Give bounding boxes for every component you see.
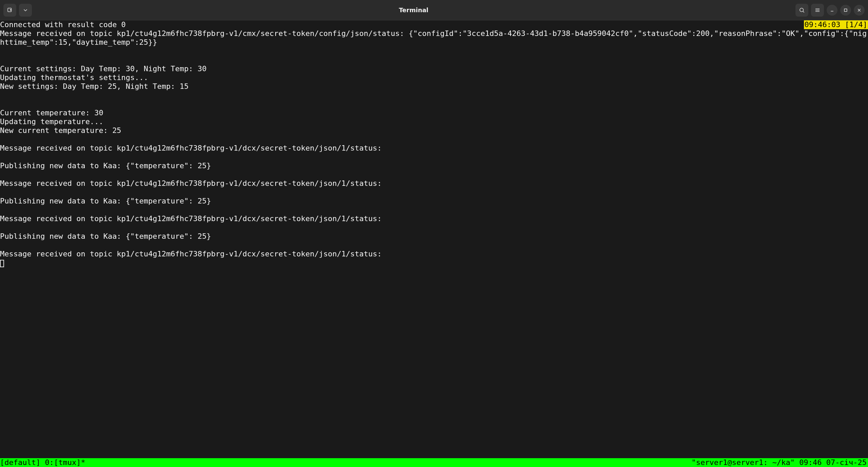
minimize-icon xyxy=(829,7,835,13)
titlebar-right xyxy=(795,4,865,17)
svg-point-3 xyxy=(800,8,804,12)
terminal-line xyxy=(0,206,868,214)
close-button[interactable] xyxy=(854,5,865,16)
terminal-line xyxy=(0,47,868,56)
terminal-line: Updating thermostat's settings... xyxy=(0,73,868,82)
terminal-line: Message received on topic kp1/ctu4g12m6f… xyxy=(0,179,868,188)
minimize-button[interactable] xyxy=(827,5,837,16)
window-title: Terminal xyxy=(32,6,795,14)
close-icon xyxy=(856,7,862,13)
terminal-line xyxy=(0,170,868,179)
terminal-output[interactable]: Connected with result code 0Message rece… xyxy=(0,20,868,458)
hamburger-icon xyxy=(814,7,821,13)
new-tab-button[interactable] xyxy=(3,4,16,17)
titlebar-left xyxy=(3,4,32,17)
tmux-time-pane-badge: 09:46:03 [1/4] xyxy=(804,20,868,29)
terminal-line: Connected with result code 0 xyxy=(0,20,868,29)
search-button[interactable] xyxy=(795,4,808,17)
tmux-status-bar: [default] 0:[tmux]* "server1@server1: ~/… xyxy=(0,458,868,467)
terminal-line xyxy=(0,56,868,64)
terminal-line xyxy=(0,241,868,250)
terminal-line xyxy=(0,100,868,109)
terminal-line: Current temperature: 30 xyxy=(0,109,868,117)
terminal-line: Message received on topic kp1/ctu4g12m6f… xyxy=(0,214,868,223)
chevron-down-icon xyxy=(22,7,28,13)
terminal-line: Current settings: Day Temp: 30, Night Te… xyxy=(0,64,868,73)
cursor xyxy=(0,260,4,267)
maximize-button[interactable] xyxy=(840,5,851,16)
search-icon xyxy=(799,7,805,13)
terminal-line: Updating temperature... xyxy=(0,117,868,126)
terminal-line xyxy=(0,223,868,232)
terminal-line: Message received on topic kp1/ctu4g12m6f… xyxy=(0,29,868,47)
new-tab-icon xyxy=(7,7,13,13)
maximize-icon xyxy=(843,7,849,13)
terminal-line: Publishing new data to Kaa: {"temperatur… xyxy=(0,197,868,206)
terminal-line: Message received on topic kp1/ctu4g12m6f… xyxy=(0,250,868,258)
cursor-line xyxy=(0,258,868,267)
terminal-line: Publishing new data to Kaa: {"temperatur… xyxy=(0,232,868,241)
terminal-line: Message received on topic kp1/ctu4g12m6f… xyxy=(0,144,868,153)
terminal-line xyxy=(0,188,868,197)
terminal-line: New settings: Day Temp: 25, Night Temp: … xyxy=(0,82,868,91)
terminal-line: New current temperature: 25 xyxy=(0,126,868,135)
tmux-status-left: [default] 0:[tmux]* xyxy=(0,458,85,467)
tab-dropdown-button[interactable] xyxy=(19,4,32,17)
svg-rect-9 xyxy=(844,9,847,12)
tmux-status-right: "server1@server1: ~/ka" 09:46 07-січ-25 xyxy=(691,458,868,467)
hamburger-menu-button[interactable] xyxy=(811,4,824,17)
terminal-line xyxy=(0,91,868,100)
terminal-line: Publishing new data to Kaa: {"temperatur… xyxy=(0,161,868,170)
terminal-area[interactable]: 09:46:03 [1/4] Connected with result cod… xyxy=(0,20,868,467)
titlebar: Terminal xyxy=(0,0,868,20)
terminal-line xyxy=(0,135,868,144)
terminal-line xyxy=(0,153,868,161)
svg-line-4 xyxy=(803,11,804,12)
